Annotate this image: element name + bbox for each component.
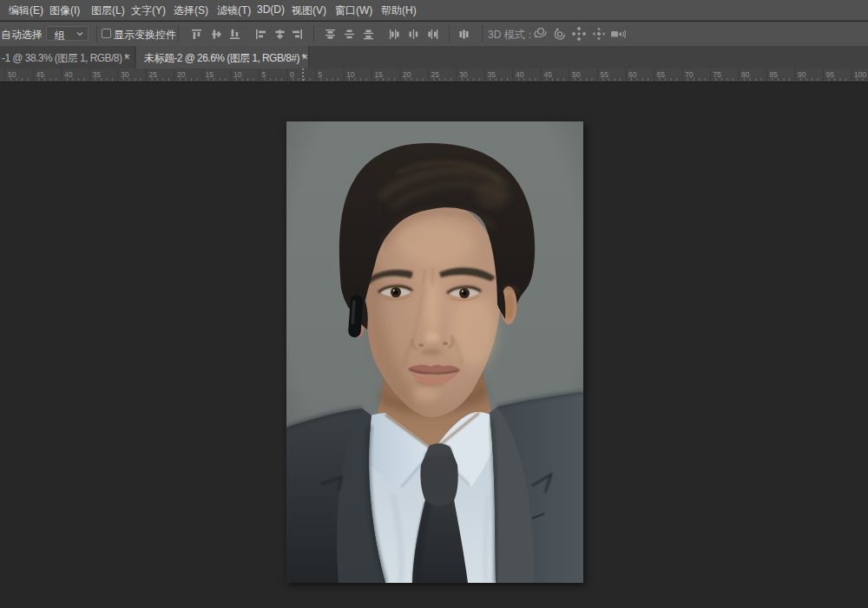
svg-text:15: 15 <box>375 70 384 79</box>
svg-text:45: 45 <box>544 70 553 79</box>
svg-text:40: 40 <box>64 70 73 79</box>
svg-text:20: 20 <box>177 70 186 79</box>
svg-text:85: 85 <box>770 70 779 79</box>
svg-text:35: 35 <box>488 70 496 79</box>
svg-text:10: 10 <box>233 70 242 79</box>
svg-text:45: 45 <box>36 70 45 79</box>
svg-text:5: 5 <box>262 70 266 79</box>
svg-text:30: 30 <box>121 70 129 79</box>
svg-text:30: 30 <box>459 70 468 79</box>
svg-text:25: 25 <box>431 70 440 79</box>
svg-text:50: 50 <box>8 70 16 79</box>
svg-text:5: 5 <box>319 70 323 79</box>
svg-text:80: 80 <box>741 70 750 79</box>
svg-text:75: 75 <box>713 70 722 79</box>
svg-text:0: 0 <box>290 70 294 79</box>
svg-text:35: 35 <box>93 70 102 79</box>
svg-text:15: 15 <box>206 70 214 79</box>
svg-text:70: 70 <box>685 70 694 79</box>
svg-text:65: 65 <box>657 70 666 79</box>
svg-text:90: 90 <box>798 70 806 79</box>
svg-text:100: 100 <box>854 70 866 79</box>
svg-text:10: 10 <box>346 70 355 79</box>
svg-text:25: 25 <box>149 70 158 79</box>
svg-text:60: 60 <box>628 70 637 79</box>
svg-text:50: 50 <box>572 70 581 79</box>
svg-text:55: 55 <box>601 70 609 79</box>
svg-text:40: 40 <box>516 70 524 79</box>
svg-text:95: 95 <box>826 70 835 79</box>
svg-text:20: 20 <box>403 70 411 79</box>
